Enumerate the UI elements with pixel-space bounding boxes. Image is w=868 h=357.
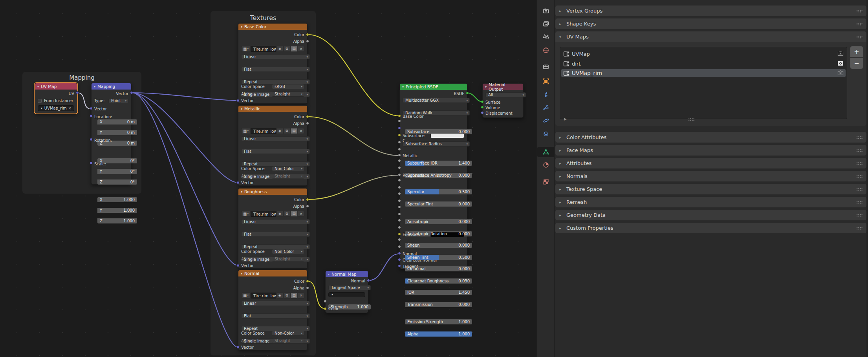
ior-socket[interactable]	[398, 219, 401, 222]
subsurface-anisotropy-socket[interactable]	[398, 148, 401, 151]
uv-maps-list[interactable]: UVMap dirt UVMap_rim	[560, 47, 847, 119]
subsurface-radius-socket[interactable]	[398, 126, 401, 130]
fake-user-shield-icon[interactable]: ◈	[277, 211, 283, 217]
color-space-dropdown[interactable]: Non-Color	[272, 249, 304, 254]
target-dropdown[interactable]: All	[485, 92, 526, 97]
uv-map-node[interactable]: ▾UV Map UV From Instancer • UVMap_rim ×	[35, 83, 77, 114]
collapse-icon[interactable]: ▾	[241, 25, 242, 29]
image-texture-node[interactable]: ▾Normal Color Alpha ▦▾ Tire.rim_low_No..…	[238, 270, 308, 350]
bsdf-value-field[interactable]: Sheen0.000	[405, 243, 472, 248]
tab-object[interactable]	[537, 76, 555, 86]
alpha-socket[interactable]	[398, 245, 401, 248]
rotation-input-socket[interactable]	[90, 138, 93, 141]
tab-collection[interactable]	[537, 62, 555, 72]
rotation-z-field[interactable]: Z0°	[97, 179, 137, 185]
unlink-x-icon[interactable]: ×	[298, 293, 304, 298]
color-output-socket[interactable]	[306, 198, 309, 201]
bsdf-value-field[interactable]: Emission Strength1.000	[405, 319, 472, 324]
type-dropdown[interactable]: Point	[108, 98, 128, 103]
collapse-icon[interactable]: ▾	[241, 272, 242, 275]
sheen-tint-socket[interactable]	[398, 199, 401, 202]
normal-output-socket[interactable]	[367, 279, 370, 282]
tab-view-layer[interactable]	[537, 19, 555, 29]
from-instancer-row[interactable]: From Instancer	[38, 98, 74, 103]
subsurface-radius-dropdown[interactable]: Subsurface Radius	[403, 141, 470, 146]
uv-map-list-item-selected[interactable]: UVMap_rim	[561, 69, 846, 77]
fake-user-shield-icon[interactable]: ◈	[277, 293, 283, 298]
collapse-icon[interactable]: ▾	[241, 107, 242, 111]
panel-face-maps[interactable]: ▸Face Maps	[555, 145, 866, 156]
texture-node-header[interactable]: ▾Normal	[238, 270, 307, 276]
image-icon[interactable]: ▦▾	[241, 128, 251, 134]
distribution-dropdown[interactable]: Multiscatter GGX	[403, 98, 470, 103]
projection-dropdown[interactable]: Flat	[241, 149, 310, 154]
tab-material[interactable]	[537, 160, 555, 170]
interpolation-dropdown[interactable]: Linear	[241, 54, 310, 59]
drag-grip-icon[interactable]	[856, 22, 863, 26]
base-color-socket[interactable]	[398, 114, 401, 117]
drag-grip-icon[interactable]	[856, 227, 863, 230]
panel-custom-properties[interactable]: ▸Custom Properties	[555, 223, 866, 233]
emission-strength-socket[interactable]	[398, 238, 401, 241]
alpha-dropdown[interactable]: Straight	[272, 256, 304, 262]
strength-input-socket[interactable]	[324, 300, 327, 303]
remove-uv-map-button[interactable]: −	[850, 58, 863, 69]
subsurface-socket[interactable]	[398, 119, 401, 123]
alpha-dropdown[interactable]: Straight	[272, 174, 304, 179]
image-texture-node[interactable]: ▾Metallic Color Alpha ▦▾ Tire.rim_low_Me…	[238, 105, 308, 186]
projection-dropdown[interactable]: Flat	[241, 67, 310, 72]
uv-map-list-item[interactable]: UVMap	[561, 50, 846, 58]
clearcoat-roughness-socket[interactable]	[398, 212, 401, 216]
bsdf-value-field[interactable]: Anisotropic0.000	[405, 219, 472, 224]
copy-icon[interactable]: ⧉	[284, 128, 290, 134]
uv-map-node-header[interactable]: ▾UV Map	[35, 83, 77, 90]
tab-render[interactable]	[537, 6, 555, 16]
panel-texture-space[interactable]: ▸Texture Space	[555, 184, 866, 194]
unlink-x-icon[interactable]: ×	[298, 128, 304, 134]
subpanel-collapsed-arrow-icon[interactable]: ▶	[564, 117, 567, 121]
vector-output-socket[interactable]	[130, 91, 133, 94]
panel-color-attributes[interactable]: ▸Color Attributes	[555, 132, 866, 143]
tab-physics[interactable]	[537, 115, 555, 126]
alpha-output-socket[interactable]	[306, 40, 309, 43]
vector-input-socket[interactable]	[236, 99, 240, 102]
texture-node-header[interactable]: ▾Roughness	[238, 189, 307, 195]
bsdf-value-field[interactable]: IOR1.450	[405, 290, 472, 295]
drag-grip-icon[interactable]	[856, 214, 863, 217]
displacement-input-socket[interactable]	[481, 111, 484, 114]
drag-grip-icon[interactable]	[856, 136, 863, 139]
image-name[interactable]: Tire.rim_low_No...	[251, 293, 276, 298]
roughness-socket[interactable]	[398, 173, 401, 176]
sheen-socket[interactable]	[398, 192, 401, 195]
uv-map-field[interactable]: •	[328, 292, 365, 297]
color-space-dropdown[interactable]: Non-Color	[272, 331, 304, 336]
specular-socket[interactable]	[398, 159, 401, 162]
location-y-field[interactable]: Y0 m	[97, 130, 137, 135]
tab-modifiers[interactable]	[537, 90, 555, 100]
alpha-output-socket[interactable]	[306, 205, 309, 208]
interpolation-dropdown[interactable]: Linear	[241, 136, 310, 141]
normal-map-node-header[interactable]: ▾Normal Map	[326, 271, 368, 277]
color-output-socket[interactable]	[306, 33, 309, 36]
volume-input-socket[interactable]	[481, 106, 484, 109]
folder-icon[interactable]: ▤	[291, 46, 297, 52]
bsdf-output-socket[interactable]	[466, 92, 469, 95]
camera-off-icon[interactable]	[837, 51, 844, 57]
mapping-node[interactable]: ▾Mapping Vector Type: Point Vector Locat…	[91, 83, 132, 185]
panel-normals[interactable]: ▸Normals	[555, 171, 866, 181]
interpolation-dropdown[interactable]: Linear	[241, 301, 310, 306]
subsurface-ior-socket[interactable]	[398, 141, 401, 144]
bsdf-slider[interactable]: Subsurface IOR1.400	[405, 161, 472, 166]
uv-name-field[interactable]: • UVMap_rim ×	[38, 105, 74, 111]
vector-input-socket[interactable]	[236, 346, 240, 349]
alpha-output-socket[interactable]	[306, 122, 309, 125]
metallic-socket[interactable]	[398, 154, 401, 157]
tab-scene[interactable]	[537, 32, 555, 42]
panel-remesh[interactable]: ▸Remesh	[555, 197, 866, 207]
scale-x-field[interactable]: X1.000	[97, 197, 137, 202]
image-texture-node[interactable]: ▾Base Color Color Alpha ▦▾ Tire.rim_low_…	[238, 23, 308, 104]
bsdf-value-field[interactable]: Anisotropic Rotation0.000	[405, 231, 472, 236]
collapse-icon[interactable]: ▾	[402, 85, 404, 89]
collapse-icon[interactable]: ▾	[241, 190, 242, 194]
image-icon[interactable]: ▦▾	[241, 293, 251, 298]
